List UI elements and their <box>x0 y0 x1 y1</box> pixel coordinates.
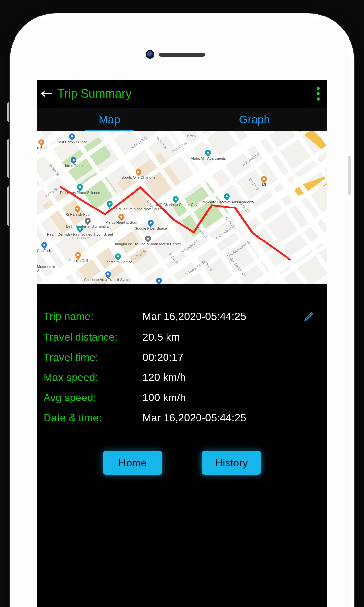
row-avg-speed: Avg speed: 100 km/h <box>44 388 320 408</box>
trip-name-value: Mar 16,2020-05:44:25 <box>142 310 302 323</box>
phone-frame: Trip Summary Map Graph <box>10 13 354 607</box>
history-button[interactable]: History <box>202 451 261 475</box>
travel-distance-label: Travel distance: <box>44 331 142 343</box>
edit-trip-name-button[interactable] <box>302 309 316 323</box>
phone-earpiece <box>159 53 205 57</box>
map-route-line <box>37 131 327 284</box>
date-time-value: Mar 16,2020-05:44:25 <box>142 412 302 424</box>
phone-bezel: Trip Summary Map Graph <box>14 17 350 607</box>
row-max-speed: Max speed: 120 km/h <box>44 367 320 388</box>
trip-name-label: Trip name: <box>44 310 142 323</box>
travel-time-label: Travel time: <box>44 351 142 364</box>
row-travel-distance: Travel distance: 20.5 km <box>44 327 320 347</box>
app-bar-title: Trip Summary <box>57 87 132 101</box>
home-button-label: Home <box>118 457 146 469</box>
back-arrow-icon <box>41 90 53 97</box>
app-bar-left: Trip Summary <box>40 86 132 101</box>
travel-distance-value: 20.5 km <box>142 331 302 343</box>
bottom-button-bar: Home History <box>37 434 327 475</box>
history-button-label: History <box>215 457 248 469</box>
pencil-icon <box>304 311 314 322</box>
map-view[interactable]: N Church St W 10th St W 5th St N Pine St… <box>37 131 327 284</box>
kebab-dot-icon <box>317 97 320 101</box>
phone-power-button <box>348 156 351 195</box>
kebab-dot-icon <box>317 92 320 95</box>
row-trip-name: Trip name: Mar 16,2020-05:44:25 <box>44 305 320 327</box>
tab-map-label: Map <box>99 113 120 126</box>
avg-speed-value: 100 km/h <box>142 392 302 404</box>
back-button[interactable] <box>40 86 54 101</box>
map-container: N Church St W 10th St W 5th St N Pine St… <box>37 131 327 284</box>
row-travel-time: Travel time: 00:20:17 <box>44 347 320 367</box>
phone-front-camera <box>146 50 154 59</box>
home-button[interactable]: Home <box>103 451 162 475</box>
max-speed-value: 120 km/h <box>142 371 302 384</box>
tab-graph-label: Graph <box>239 113 270 126</box>
stage: Trip Summary Map Graph <box>0 0 364 607</box>
trip-summary: Trip name: Mar 16,2020-05:44:25 Travel d… <box>37 284 327 434</box>
avg-speed-label: Avg speed: <box>44 392 142 404</box>
app-screen: Trip Summary Map Graph <box>37 80 327 607</box>
row-date-time: Date & time: Mar 16,2020-05:44:25 <box>44 408 320 428</box>
max-speed-label: Max speed: <box>44 371 142 384</box>
overflow-menu-button[interactable] <box>314 84 322 103</box>
tab-graph[interactable]: Graph <box>182 108 327 131</box>
kebab-dot-icon <box>317 87 320 90</box>
tab-bar: Map Graph <box>37 108 327 131</box>
app-bar: Trip Summary <box>37 80 327 108</box>
travel-time-value: 00:20:17 <box>142 351 302 364</box>
tab-map[interactable]: Map <box>37 108 182 131</box>
date-time-label: Date & time: <box>44 412 142 424</box>
